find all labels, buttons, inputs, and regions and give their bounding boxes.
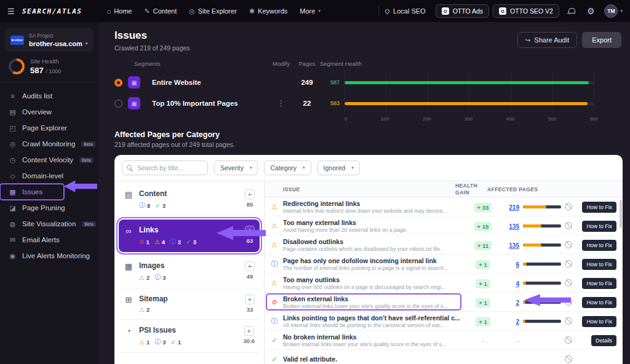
info-icon: ⓘ <box>139 201 145 210</box>
segment-radio[interactable] <box>114 100 122 108</box>
project-selector[interactable]: brother SA Project brother-usa.com ▾ <box>5 28 94 52</box>
severity-filter-dropdown[interactable]: Severity ▾ <box>214 160 258 175</box>
ignore-icon[interactable] <box>565 317 572 325</box>
share-icon: ↪ <box>525 37 530 44</box>
sidebar-item-crawl-monitoring[interactable]: ◎Crawl MonitoringBeta <box>0 136 98 152</box>
how-to-fix-button[interactable]: How to Fix <box>582 240 616 251</box>
otto-seo-v2-button[interactable]: O OTTO SEO V2 <box>493 4 559 18</box>
segment-name: Top 10% Important Pages <box>146 100 268 107</box>
issue-title: Links pointing to pages that don't have … <box>283 314 465 322</box>
modify-column-header: Modify <box>268 60 294 67</box>
nav-divider <box>378 6 379 16</box>
action-cell: How to Fix <box>576 258 616 270</box>
affected-pages-column-header: AFFECTED PAGES <box>487 186 560 192</box>
severity-count: 2 <box>178 239 181 245</box>
issue-description: Avoid having more than 20 external links… <box>283 227 465 233</box>
how-to-fix-button[interactable]: How to Fix <box>582 278 616 289</box>
affected-pages-link[interactable]: 2 <box>516 318 519 325</box>
expand-plus-button[interactable]: + <box>245 189 255 199</box>
notifications-bell-icon[interactable] <box>567 7 575 15</box>
sidebar-item-content-velocity[interactable]: ◷Content VelocityBeta <box>0 152 98 168</box>
ignored-filter-dropdown[interactable]: Ignored ▾ <box>317 160 360 175</box>
export-button[interactable]: Export <box>582 32 621 48</box>
expand-plus-button[interactable]: + <box>245 295 255 304</box>
nav-item-more[interactable]: More▾ <box>293 7 327 15</box>
affected-pages-link[interactable]: 135 <box>509 223 519 230</box>
ignore-icon[interactable] <box>565 298 572 306</box>
nav-item-home[interactable]: ⌂Home <box>100 7 138 15</box>
segment-modify-button[interactable]: ⋮ <box>268 99 294 108</box>
sidebar-item-site-visualization[interactable]: ◍Site VisualizationBeta <box>0 216 98 232</box>
severity-stat-info: ⓘ3 <box>154 338 165 346</box>
category-sitemap[interactable]: ⊞Sitemap⚠2+33 <box>119 288 260 320</box>
segment-radio[interactable] <box>114 79 122 87</box>
sidebar-item-live-alerts-monitoring[interactable]: ◉Live Alerts Monitoring <box>0 248 98 264</box>
health-gain-badge: + 33 <box>474 203 492 212</box>
share-audit-button[interactable]: ↪ Share Audit <box>517 32 577 48</box>
category-images[interactable]: ▦Images⚠2ⓘ3+49 <box>119 255 260 288</box>
otto-ads-button[interactable]: O OTTO Ads <box>436 4 489 18</box>
how-to-fix-button[interactable]: How to Fix <box>582 259 616 270</box>
ignore-icon[interactable] <box>565 260 572 267</box>
category-severity-stats: ⓘ8✓3 <box>139 201 167 210</box>
how-to-fix-button[interactable]: How to Fix <box>582 202 616 213</box>
expand-plus-button[interactable]: + <box>245 226 255 235</box>
segment-icon: ▣ <box>128 76 140 89</box>
segment-pages-count: 22 <box>294 100 320 107</box>
sidebar-item-overview[interactable]: ▤Overview <box>0 104 98 120</box>
ignore-icon[interactable] <box>565 355 572 363</box>
user-menu[interactable]: TM ▾ <box>604 4 623 18</box>
nav-item-site-explorer[interactable]: ◎Site Explorer <box>183 7 243 15</box>
table-scrollbar-thumb[interactable] <box>620 200 622 228</box>
hamburger-menu-icon[interactable]: ☰ <box>7 7 18 16</box>
category-psi-issues[interactable]: ◔PSI Issues⚠1ⓘ3✓1+30.6 <box>119 320 260 353</box>
affected-pages-link[interactable]: 2 <box>516 299 519 306</box>
settings-gear-icon[interactable]: ⚙ <box>587 6 595 16</box>
affected-pages-link[interactable]: 135 <box>509 242 519 249</box>
issue-text: Too many outlinksHaving over 500 outlink… <box>283 276 465 290</box>
search-input[interactable] <box>122 160 208 175</box>
how-to-fix-button[interactable]: How to Fix <box>582 316 616 327</box>
health-gain-badge: + 1 <box>476 298 490 307</box>
affected-pages-link[interactable]: 4 <box>516 280 519 287</box>
keywords-icon: ✱ <box>249 7 255 15</box>
ignore-icon[interactable] <box>565 241 572 248</box>
ignore-icon[interactable] <box>565 336 572 344</box>
expand-plus-button[interactable]: + <box>244 326 254 336</box>
warning-icon: ⚠ <box>139 339 145 346</box>
expand-plus-button[interactable]: + <box>245 261 255 271</box>
content-velocity-icon: ◷ <box>9 156 17 164</box>
affected-pages-link[interactable]: 6 <box>516 261 519 268</box>
affected-pages-bar <box>523 263 561 266</box>
details-button[interactable]: Details <box>591 335 616 346</box>
category-content[interactable]: ▤Contentⓘ8✓3+85 <box>119 183 260 216</box>
category-filter-dropdown[interactable]: Category ▾ <box>264 160 311 175</box>
nav-item-content[interactable]: ✎Content <box>138 7 183 15</box>
affected-pages-bar-cell <box>523 224 561 228</box>
affected-pages-link[interactable]: 219 <box>509 204 519 211</box>
severity-stat-ok: ✓1 <box>171 338 181 346</box>
how-to-fix-button[interactable]: How to Fix <box>582 297 616 308</box>
sidebar-item-audits-list[interactable]: ≡Audits list <box>0 88 98 104</box>
ignore-icon[interactable] <box>565 279 572 287</box>
chevron-down-icon: ▾ <box>86 41 88 46</box>
ignore-icon[interactable] <box>565 222 572 229</box>
sidebar-item-page-explorer[interactable]: ◰Page Explorer <box>0 120 98 136</box>
sidebar-item-email-alerts[interactable]: ✉Email Alerts <box>0 232 98 248</box>
category-info: Images⚠2ⓘ3 <box>139 261 166 282</box>
issue-row: ⚠Too many external linksAvoid having mor… <box>265 216 623 235</box>
local-seo-link[interactable]: Local SEO <box>385 7 426 15</box>
project-label: SA Project <box>29 33 87 39</box>
category-links[interactable]: ∞Links⊘1⚠4ⓘ2✓3+63 <box>119 220 260 252</box>
site-health-text: Site Health 587 / 1000 <box>30 58 61 75</box>
ignore-icon[interactable] <box>565 203 572 210</box>
issue-text: Valid rel attribute. <box>283 355 465 363</box>
affected-pages-bar <box>523 282 561 285</box>
how-to-fix-button[interactable]: How to Fix <box>582 221 616 232</box>
sidebar-item-page-pruning[interactable]: ◪Page Pruning <box>0 200 98 216</box>
sidebar-item-issues[interactable]: ▦Issues <box>0 184 64 200</box>
nav-item-keywords[interactable]: ✱Keywords <box>243 7 294 15</box>
category-name: Sitemap <box>139 295 168 303</box>
sidebar-item-domain-level[interactable]: ◇Domain-level <box>0 168 98 184</box>
nav-item-label: Content <box>153 7 177 15</box>
